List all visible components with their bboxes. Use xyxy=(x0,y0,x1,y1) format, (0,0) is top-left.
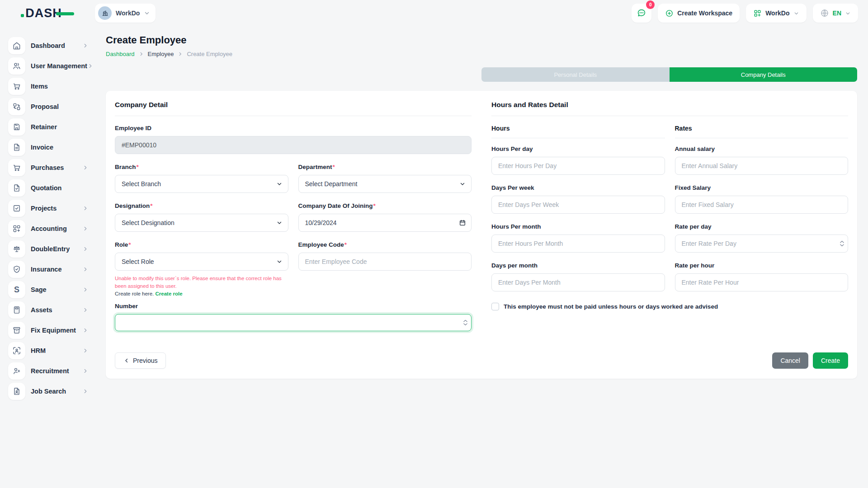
chevron-right-icon xyxy=(82,164,89,171)
chevron-right-icon xyxy=(139,52,144,56)
sidebar-item-assets[interactable]: Assets xyxy=(0,300,95,320)
role-select[interactable]: Select Role xyxy=(115,253,288,271)
designation-select[interactable]: Select Designation xyxy=(115,214,288,232)
grid-plus-icon xyxy=(753,9,762,18)
sidebar-item-insurance[interactable]: Insurance xyxy=(0,259,95,279)
sidebar-item-doubleentry[interactable]: DoubleEntry xyxy=(0,239,95,259)
divider xyxy=(491,116,848,116)
chevron-down-icon xyxy=(144,10,150,16)
breadcrumb-current: Create Employee xyxy=(187,51,232,57)
divider xyxy=(115,116,472,116)
cart-icon xyxy=(8,78,25,95)
create-role-link[interactable]: Create role xyxy=(156,291,183,296)
language-label: EN xyxy=(833,9,841,17)
rate-per-hour-label: Rate per hour xyxy=(675,262,849,269)
archive-icon xyxy=(8,322,25,339)
create-workspace-button[interactable]: Create Workspace xyxy=(658,4,740,23)
no-pay-checkbox[interactable] xyxy=(491,303,499,310)
chevron-right-icon xyxy=(82,368,89,374)
breadcrumb: Dashboard Employee Create Employee xyxy=(106,51,857,57)
days-per-week-field[interactable] xyxy=(491,196,665,214)
globe-icon xyxy=(820,9,829,18)
save-icon xyxy=(8,118,25,136)
workspace-selector[interactable]: WorkDo xyxy=(95,4,156,23)
role-hint: Create role here. Create role xyxy=(115,291,288,296)
required-asterisk: * xyxy=(150,202,152,209)
designation-label: Designation* xyxy=(115,202,288,209)
sidebar-item-fix-equipment[interactable]: Fix Equipment xyxy=(0,320,95,340)
card-footer: Previous Cancel Create xyxy=(115,352,848,369)
logo-dot-icon xyxy=(21,14,24,17)
chevron-right-icon xyxy=(82,286,89,293)
sidebar-item-job-search[interactable]: Job Search xyxy=(0,381,95,401)
sidebar-item-user-management[interactable]: User Management xyxy=(0,56,95,76)
number-stepper[interactable] xyxy=(463,319,468,326)
sidebar-item-proposal[interactable]: Proposal xyxy=(0,96,95,117)
sidebar-item-purchases[interactable]: Purchases xyxy=(0,157,95,178)
main-content: Create Employee Dashboard Employee Creat… xyxy=(95,26,868,397)
sidebar-item-items[interactable]: Items xyxy=(0,76,95,96)
chevron-right-icon xyxy=(82,327,89,333)
home-icon xyxy=(8,37,25,54)
number-label: Number xyxy=(115,303,472,310)
chevron-right-icon xyxy=(82,246,89,252)
messages-button[interactable]: 0 xyxy=(632,4,651,23)
required-asterisk: * xyxy=(344,241,347,248)
cancel-button[interactable]: Cancel xyxy=(772,352,808,369)
fixed-salary-field[interactable] xyxy=(675,196,849,214)
tab-personal-details[interactable]: Personal Details xyxy=(481,67,670,82)
required-asterisk: * xyxy=(128,241,131,248)
hours-per-month-field[interactable] xyxy=(491,235,665,253)
rate-per-day-stepper[interactable] xyxy=(840,240,844,247)
sidebar-item-accounting[interactable]: Accounting xyxy=(0,218,95,239)
sidebar-item-retainer[interactable]: Retainer xyxy=(0,117,95,137)
joining-date-field[interactable] xyxy=(298,214,472,232)
form-step-tabs: Personal Details Company Details xyxy=(481,67,857,82)
tab-company-details[interactable]: Company Details xyxy=(670,67,858,82)
letter-s-icon: S xyxy=(8,281,25,298)
chevron-down-icon xyxy=(845,10,851,16)
sidebar-item-invoice[interactable]: Invoice xyxy=(0,137,95,157)
sidebar-item-dashboard[interactable]: Dashboard xyxy=(0,35,95,56)
branch-label: Branch* xyxy=(115,164,288,170)
swap-boxes-icon xyxy=(8,98,25,115)
workspace-avatar xyxy=(98,6,112,20)
plus-circle-icon xyxy=(665,9,674,18)
sidebar-item-sage[interactable]: S Sage xyxy=(0,279,95,300)
no-pay-checkbox-label: This employee must not be paid unless ho… xyxy=(504,303,718,310)
sidebar-item-recruitment[interactable]: Recruitment xyxy=(0,361,95,381)
sidebar-item-projects[interactable]: Projects xyxy=(0,198,95,218)
workspace-menu-button[interactable]: WorkDo xyxy=(746,4,806,23)
days-per-month-field[interactable] xyxy=(491,273,665,291)
chevron-right-icon xyxy=(87,63,94,69)
number-field[interactable] xyxy=(115,314,472,331)
employee-code-field[interactable] xyxy=(298,253,472,271)
chevron-right-icon xyxy=(82,347,89,354)
shield-check-icon xyxy=(8,261,25,278)
create-button[interactable]: Create xyxy=(813,352,848,369)
annual-salary-field[interactable] xyxy=(675,157,849,175)
breadcrumb-dashboard-link[interactable]: Dashboard xyxy=(106,51,135,57)
company-detail-section: Company Detail Employee ID Branch* Selec… xyxy=(115,101,472,341)
hours-per-day-field[interactable] xyxy=(491,157,665,175)
breadcrumb-employee-link[interactable]: Employee xyxy=(148,51,174,57)
chevron-right-icon xyxy=(82,225,89,232)
employee-id-label: Employee ID xyxy=(115,125,472,131)
rate-per-hour-field[interactable] xyxy=(675,273,849,291)
previous-button[interactable]: Previous xyxy=(115,352,166,369)
building-icon xyxy=(101,9,109,17)
hours-column: Hours Hours Per day Days Per week Hours … xyxy=(491,125,665,301)
sidebar-item-quotation[interactable]: Quotation xyxy=(0,178,95,198)
department-select[interactable]: Select Department xyxy=(298,175,472,193)
branch-select[interactable]: Select Branch xyxy=(115,175,288,193)
language-selector[interactable]: EN xyxy=(813,4,858,23)
hours-heading: Hours xyxy=(491,125,665,132)
sidebar-item-hrm[interactable]: HRM xyxy=(0,340,95,361)
chevron-down-icon xyxy=(276,258,283,265)
chevron-left-icon xyxy=(123,357,130,364)
required-asterisk: * xyxy=(373,202,376,209)
rate-per-day-field[interactable] xyxy=(675,235,849,253)
department-label: Department* xyxy=(298,164,472,170)
top-bar: DASH WorkDo 0 Create Workspace xyxy=(0,0,868,26)
chevron-right-icon xyxy=(82,42,89,49)
